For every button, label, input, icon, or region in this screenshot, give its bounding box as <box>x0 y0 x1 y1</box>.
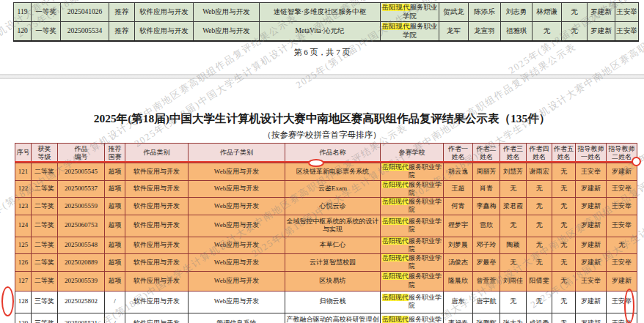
cell-teacher1: 王安举 <box>576 271 607 291</box>
cell-author3: 梁君霞 <box>500 198 527 215</box>
cell-author2: 唐宇航 <box>473 291 500 313</box>
cell-author2: 陈添乐 <box>469 3 501 22</box>
cell-no: 126 <box>15 254 32 272</box>
cell-author5: 无 <box>552 198 576 215</box>
page-break-divider <box>0 74 644 79</box>
cell-work-title: 云鉴Exam <box>285 180 381 198</box>
cell-author5: 无 <box>552 313 576 323</box>
cell-author1: 李禄春 <box>444 313 473 323</box>
cell-work-title: 产教融合驱动的高校科研管理创新体系 <box>285 313 381 323</box>
cell-teacher2: 王安举 <box>607 215 637 237</box>
table-row-124: 124二等奖2025060753超项软件应用与开发Web应用与开发全域智控中枢系… <box>15 215 637 237</box>
cell-work-id: 2025005539 <box>58 271 105 291</box>
cell-author3: 祖雅琪 <box>501 22 533 42</box>
cell-author4: 无 <box>527 215 552 237</box>
cell-recommend: 推荐 <box>109 3 135 22</box>
school-highlight: 岳阳现代 <box>382 163 409 171</box>
results-table: 序号获奖 等级作品 编号推荐 国赛作品类别作品子类别作品名称参赛学校作者一 姓名… <box>15 143 637 323</box>
cell-no: 129 <box>15 313 32 323</box>
cell-work-id: 2025005531 <box>58 313 105 323</box>
school-highlight: 岳阳现代 <box>382 181 409 188</box>
red-circle-annotation-left[interactable] <box>1 286 14 316</box>
cell-no: 121 <box>15 163 32 181</box>
cell-author4: 无 <box>533 22 562 42</box>
cell-author3: 张大为 <box>500 313 527 323</box>
column-header: 指导教师 二姓名 <box>607 144 637 163</box>
cell-author4: 无 <box>527 254 552 272</box>
cell-category: 软件应用与开发 <box>125 180 189 198</box>
cell-author3: 无 <box>500 215 527 237</box>
cell-recommend: / <box>105 291 125 313</box>
cell-no: 128 <box>15 291 32 313</box>
cell-teacher2: 王安举 <box>615 22 639 42</box>
cell-author1: 胡云逸 <box>444 163 473 181</box>
cell-author2: 肖青 <box>473 180 500 198</box>
column-header: 作者四 姓名 <box>527 144 552 163</box>
cell-recommend: 超项 <box>105 198 125 215</box>
cell-award: 二等奖 <box>32 180 58 198</box>
cell-teacher1: 罗建新 <box>588 22 615 42</box>
column-header: 作品 编号 <box>58 144 105 163</box>
cell-no: 125 <box>15 237 32 254</box>
cell-school: 岳阳现代服务职业学院 <box>381 3 439 22</box>
cell-school: 岳阳现代服务职业学院 <box>381 163 444 181</box>
cell-author4: 阳倩雯 <box>527 271 552 291</box>
cell-subcategory: 管理信息系统 <box>189 313 285 323</box>
cell-author2: 张鹏辉 <box>473 313 500 323</box>
cell-subcategory: Web应用与开发 <box>189 163 285 181</box>
column-header: 指导教师 一姓名 <box>576 144 607 163</box>
cell-author4: 林熠谦 <box>533 3 562 22</box>
cell-author5: 无 <box>552 163 576 181</box>
cell-no: 119 <box>14 3 32 22</box>
cell-author3: 陶颖 <box>500 237 527 254</box>
cell-award: 一等奖 <box>32 22 61 42</box>
cell-work-id: 2025005548 <box>58 237 105 254</box>
cell-author3: 无 <box>500 254 527 272</box>
cell-author1: 贺武龙 <box>439 3 469 22</box>
cell-author4: 无 <box>527 180 552 198</box>
cell-author3: 无 <box>500 180 527 198</box>
cell-recommend: 超项 <box>105 237 125 254</box>
table-row-120: 120一等奖2025005534推荐软件应用与开发Web应用与开发MetaVit… <box>14 22 639 42</box>
table-row-121: 121二等奖2025005545超项软件应用与开发Web应用与开发区块链革新电影… <box>15 163 637 181</box>
cell-author3: 刘慧芳 <box>500 163 527 181</box>
cell-work-id: 2025005534 <box>61 22 109 42</box>
cell-no: 127 <box>15 271 32 291</box>
school-highlight: 岳阳现代 <box>382 237 409 245</box>
cell-work-title: 区块链革新电影票务系统 <box>285 163 381 181</box>
cell-subcategory: Web应用与开发 <box>189 254 285 272</box>
cell-school: 岳阳现代服务职业学院 <box>381 198 444 215</box>
table-row-129: 129三等奖2025005531/软件应用与开发管理信息系统产教融合驱动的高校科… <box>15 313 637 323</box>
cell-work-title: 本草仁心 <box>285 237 381 254</box>
cell-recommend: 超项 <box>105 254 125 272</box>
cell-category: 软件应用与开发 <box>125 313 189 323</box>
cell-no: 120 <box>14 22 32 42</box>
cell-no: 124 <box>15 215 32 237</box>
cell-teacher1: 王安举 <box>576 163 607 181</box>
cell-subcategory: Web应用与开发 <box>189 198 285 215</box>
cell-work-title: 全域智控中枢系统的系统的设计与实现 <box>285 215 381 237</box>
cell-author5: 无 <box>552 180 576 198</box>
cell-category: 软件应用与开发 <box>125 291 189 313</box>
cell-teacher1: 罗建新 <box>576 313 607 323</box>
cell-author5: 无 <box>562 22 588 42</box>
cell-author3: 刘雨佳 <box>500 271 527 291</box>
school-highlight: 岳阳现代 <box>382 316 409 323</box>
column-header: 作品子类别 <box>189 144 285 163</box>
cell-award: 二等奖 <box>32 254 58 272</box>
cell-author2: 罗最举 <box>473 254 500 272</box>
school-highlight: 岳阳现代 <box>382 198 409 205</box>
school-highlight: 岳阳现代 <box>382 272 409 280</box>
cell-author4: 无 <box>527 237 552 254</box>
cell-author5: 无 <box>562 3 588 22</box>
cell-author1: 程梦宇 <box>444 215 473 237</box>
cell-work-id: 2025020889 <box>58 254 105 272</box>
cell-work-title: 心悦云诊 <box>285 198 381 215</box>
cell-recommend: 超项 <box>105 163 125 181</box>
cell-teacher1: 罗建新 <box>576 254 607 272</box>
cell-author4: 成祖秀 <box>527 313 552 323</box>
cell-author4: 无 <box>527 198 552 215</box>
cell-author1: 汤俊杰 <box>444 254 473 272</box>
cell-award: 二等奖 <box>32 237 58 254</box>
cell-award: 三等奖 <box>32 313 58 323</box>
